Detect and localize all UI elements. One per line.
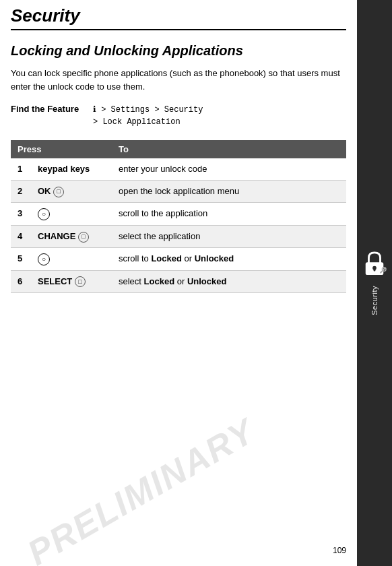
step-number: 1	[11, 158, 31, 181]
to-cell: enter your unlock code	[112, 158, 346, 181]
table-header: Press To	[11, 140, 346, 158]
step-number: 4	[11, 225, 31, 247]
col-press: Press	[11, 140, 112, 158]
to-cell: select Locked or Unlocked	[112, 270, 346, 292]
sidebar-icon-area: Security	[362, 251, 387, 315]
table-header-row: Press To	[11, 140, 346, 158]
body-text: You can lock specific phone applications…	[11, 67, 346, 93]
find-feature-value: ℹ > Settings > Security > Lock Applicati…	[93, 104, 203, 128]
table-body: 1keypad keysenter your unlock code2OK □o…	[11, 158, 346, 292]
to-cell: select the application	[112, 225, 346, 247]
to-cell: open the lock application menu	[112, 181, 346, 203]
press-cell: ○	[31, 248, 112, 271]
find-feature-line1: ℹ > Settings > Security	[93, 105, 203, 115]
right-sidebar: Security	[357, 0, 392, 566]
col-to: To	[112, 140, 346, 158]
press-cell: ○	[31, 203, 112, 226]
page-container: Security Security Locking and Unlocking …	[0, 0, 392, 566]
page-title-bar: Security	[11, 0, 346, 30]
table-row: 5○scroll to Locked or Unlocked	[11, 248, 346, 271]
table-row: 4CHANGE □select the application	[11, 225, 346, 247]
to-cell: scroll to Locked or Unlocked	[112, 248, 346, 271]
table-row: 2OK □open the lock application menu	[11, 181, 346, 203]
press-cell: SELECT □	[31, 270, 112, 292]
find-feature-label: Find the Feature	[11, 104, 85, 114]
main-content: Security Locking and Unlocking Applicati…	[0, 0, 357, 566]
step-number: 5	[11, 248, 31, 271]
svg-rect-2	[374, 268, 376, 272]
step-number: 2	[11, 181, 31, 203]
table-row: 6SELECT □select Locked or Unlocked	[11, 270, 346, 292]
lock-icon	[362, 251, 387, 278]
table-row: 1keypad keysenter your unlock code	[11, 158, 346, 181]
watermark: PRELIMINARY	[20, 410, 261, 566]
table-row: 3○scroll to the application	[11, 203, 346, 226]
page-title: Security	[11, 5, 346, 26]
page-number: 109	[333, 546, 346, 555]
section-heading: Locking and Unlocking Applications	[11, 42, 346, 59]
press-cell: CHANGE □	[31, 225, 112, 247]
step-number: 3	[11, 203, 31, 226]
to-cell: scroll to the application	[112, 203, 346, 226]
sidebar-label: Security	[370, 286, 379, 315]
find-feature-line2: > Lock Application	[93, 117, 181, 127]
step-number: 6	[11, 270, 31, 292]
find-feature-row: Find the Feature ℹ > Settings > Security…	[11, 104, 346, 128]
press-cell: keypad keys	[31, 158, 112, 181]
steps-table: Press To 1keypad keysenter your unlock c…	[11, 140, 346, 293]
press-cell: OK □	[31, 181, 112, 203]
